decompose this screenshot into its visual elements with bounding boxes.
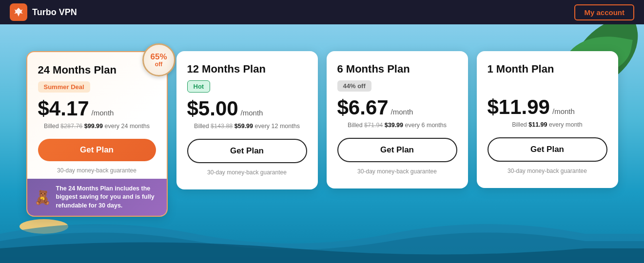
original-price-12: $143.88 (211, 123, 233, 130)
plan-title-12: 12 Months Plan (187, 63, 307, 75)
badge-spacer (488, 80, 607, 97)
price-row-6: $6.67 /month (337, 97, 457, 118)
billing-cycle-24: every 24 months (105, 123, 150, 130)
new-price-6: $39.99 (385, 122, 403, 129)
get-plan-button-24[interactable]: Get Plan (38, 139, 156, 161)
plan-title-1: 1 Month Plan (488, 63, 607, 75)
logo-icon (10, 3, 27, 21)
price-row-24: $4.17 /month (38, 98, 156, 119)
billing-12: Billed $143.88 $59.99 every 12 months (187, 122, 307, 131)
new-price-1: $11.99 (528, 121, 547, 128)
my-account-button[interactable]: My account (574, 4, 634, 20)
price-period-6: /month (391, 108, 413, 116)
off-label: off (155, 61, 162, 68)
price-period-1: /month (552, 107, 575, 115)
price-period-24: /month (92, 109, 114, 117)
plan-badge-hot: Hot (187, 80, 211, 93)
new-price-24: $99.99 (84, 123, 103, 130)
billing-6: Billed $71.94 $39.99 every 6 months (337, 121, 457, 130)
plan-card-1month: 1 Month Plan $11.99 /month Billed $11.99… (477, 51, 618, 188)
promo-strip: 🧸 The 24 Months Plan includes the bigges… (27, 179, 167, 216)
guarantee-text-24: 30-day money-back guarantee (38, 167, 156, 174)
billing-1: Billed $11.99 every month (488, 120, 607, 130)
price-main-12: $5.00 (187, 98, 238, 119)
plan-badge-discount: 44% off (337, 80, 371, 92)
guarantee-text-1: 30-day money-back guarantee (488, 168, 607, 174)
promo-text: The 24 Months Plan includes the biggest … (56, 185, 160, 210)
guarantee-text-6: 30-day money-back guarantee (337, 168, 457, 175)
plans-container: 65% off 24 Months Plan Summer Deal $4.17… (26, 51, 618, 217)
get-plan-button-6[interactable]: Get Plan (337, 138, 457, 162)
get-plan-button-12[interactable]: Get Plan (187, 139, 307, 163)
price-main-6: $6.67 (337, 97, 389, 118)
original-price-24: $287.76 (60, 123, 82, 130)
plan-card-6months: 6 Months Plan 44% off $6.67 /month Bille… (327, 51, 468, 188)
price-period-12: /month (241, 109, 263, 117)
billing-cycle-6: every 6 months (405, 122, 447, 129)
logo-area: Turbo VPN (10, 3, 77, 21)
price-row-12: $5.00 /month (187, 98, 307, 119)
plan-title-6: 6 Months Plan (337, 63, 457, 75)
billing-24: Billed $287.76 $99.99 every 24 months (38, 122, 156, 131)
plan-card-24months: 65% off 24 Months Plan Summer Deal $4.17… (26, 51, 168, 217)
new-price-12: $59.99 (234, 123, 253, 130)
original-price-6: $71.94 (364, 122, 383, 129)
price-main-1: $11.99 (488, 97, 550, 117)
plan-card-12months: 12 Months Plan Hot $5.00 /month Billed $… (176, 51, 318, 189)
price-main-24: $4.17 (38, 98, 89, 119)
header: Turbo VPN My account (0, 0, 644, 24)
logo-text: Turbo VPN (32, 7, 77, 18)
plan-badge-summer: Summer Deal (38, 81, 90, 93)
billing-cycle-12: every 12 months (255, 123, 300, 130)
discount-percent: 65% (150, 53, 167, 61)
discount-badge: 65% off (142, 43, 176, 76)
billing-cycle-1: every month (549, 121, 583, 128)
guarantee-text-12: 30-day money-back guarantee (187, 169, 307, 176)
get-plan-button-1[interactable]: Get Plan (488, 137, 607, 162)
plan-title-24: 24 Months Plan (38, 64, 156, 76)
price-row-1: $11.99 /month (488, 97, 607, 117)
promo-icon: 🧸 (34, 189, 51, 206)
background-scene: 65% off 24 Months Plan Summer Deal $4.17… (0, 24, 644, 263)
